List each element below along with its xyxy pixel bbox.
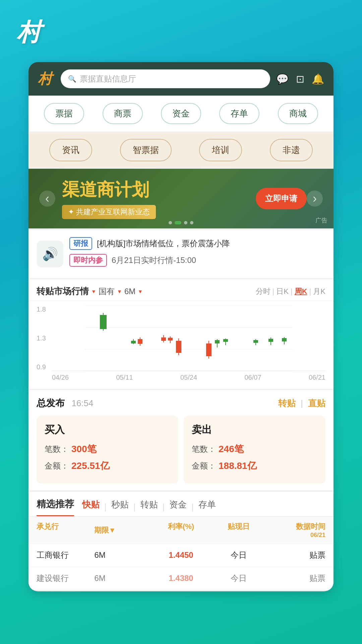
trade-link-zhuantie[interactable]: 转贴: [278, 398, 296, 408]
td-period-2: 6M: [94, 574, 152, 583]
main-card: 村 🔍 票据直贴信息厅 💬 ⊡ 🔔 票据 商票 资金 存单 商城 资讯 智票据 …: [28, 62, 334, 591]
trade-link-zhitie[interactable]: 直贴: [308, 398, 325, 408]
market-filter1-dropdown-icon[interactable]: ▾: [118, 288, 121, 295]
market-time-tabs: 分时 | 日K | 周K | 月K: [256, 286, 325, 297]
featured-tab-kuatie[interactable]: 快贴: [82, 499, 100, 515]
th-date: 贴现日: [210, 522, 267, 539]
scan-icon[interactable]: ⊡: [296, 73, 304, 85]
nav-tab-shangpiao[interactable]: 商票: [103, 103, 143, 124]
td-type-1: 贴票: [268, 550, 325, 560]
sub-nav: 资讯 智票据 培训 非遗: [28, 133, 334, 167]
nav-tab-piaoju[interactable]: 票据: [44, 103, 84, 124]
app-header: 村 🔍 票据直贴信息厅 💬 ⊡ 🔔: [28, 62, 334, 96]
trade-time: 16:54: [71, 398, 93, 408]
time-tab-yuek[interactable]: 月K: [313, 286, 325, 297]
chart-y-labels: 1.8 1.3 0.9: [37, 306, 46, 371]
search-placeholder: 票据直贴信息厅: [80, 73, 136, 84]
news-row-1: 研报 [机构版]市场情绪低位，票价震荡小降: [69, 237, 325, 250]
banner-subtitle: ✦ 共建产业互联网新业态: [62, 205, 156, 219]
banner-dot-2[interactable]: [175, 221, 181, 224]
banner-next-button[interactable]: ›: [307, 191, 323, 207]
banner-dot-4[interactable]: [190, 221, 193, 224]
svg-rect-17: [206, 343, 212, 356]
market-section: 转贴市场行情 ▾ 国有 ▾ 6M ▾ 分时 | 日K | 周K | 月K 1.8…: [28, 279, 334, 389]
x-label-0524: 05/24: [180, 374, 197, 381]
svg-rect-9: [138, 339, 142, 344]
market-filter-period[interactable]: 6M: [124, 287, 135, 296]
bell-icon[interactable]: 🔔: [312, 73, 324, 85]
news-tag-yanbao: 研报: [69, 237, 92, 250]
trade-buy-count-value: 300笔: [71, 443, 97, 455]
svg-rect-5: [100, 315, 107, 329]
th-period: 期限 ▾: [94, 522, 152, 539]
th-bank: 承兑行: [37, 522, 94, 539]
featured-tab-cundan[interactable]: 存单: [198, 499, 216, 515]
banner-dots: [169, 221, 193, 224]
time-tab-fenshi[interactable]: 分时: [256, 286, 270, 297]
news-row-2: 即时内参 6月21日实时行情-15:00: [69, 254, 325, 267]
featured-tab-zijin[interactable]: 资金: [169, 499, 187, 515]
trade-card-buy-title: 买入: [45, 423, 170, 437]
trade-sell-amount-label: 金额：: [192, 461, 216, 471]
banner-dot-1[interactable]: [169, 221, 172, 224]
trade-title: 总发布: [37, 398, 65, 408]
nav-tab-zijin[interactable]: 资金: [161, 103, 201, 124]
th-datatime: 数据时间 06/21: [268, 522, 325, 539]
featured-section: 精选推荐 快贴 | 秒贴 | 转贴 | 资金 | 存单 承兑行 期限 ▾ 利率(…: [28, 492, 334, 590]
th-period-dropdown-icon[interactable]: ▾: [110, 526, 114, 535]
td-period-1: 6M: [94, 550, 152, 560]
y-label-low: 0.9: [37, 363, 46, 371]
td-type-2: 贴票: [268, 573, 325, 584]
banner-apply-button[interactable]: 立即申请: [256, 188, 307, 209]
nav-tab-cundanm[interactable]: 存单: [219, 103, 259, 124]
td-rate-1: 1.4450: [152, 550, 210, 560]
table-row[interactable]: 建设银行 6M 1.4380 今日 贴票: [28, 567, 334, 590]
sub-tab-feiye[interactable]: 非遗: [270, 139, 313, 161]
search-bar[interactable]: 🔍 票据直贴信息厅: [61, 69, 270, 88]
svg-rect-13: [168, 338, 173, 340]
svg-rect-15: [176, 341, 181, 353]
featured-tab-zhuantie[interactable]: 转贴: [140, 499, 158, 515]
th-rate: 利率(%): [152, 522, 210, 539]
banner-prev-button[interactable]: ‹: [39, 191, 55, 207]
chat-icon[interactable]: 💬: [276, 73, 289, 85]
trade-card-sell: 卖出 笔数： 246笔 金额： 188.81亿: [184, 416, 325, 484]
trade-sell-amount-value: 188.81亿: [219, 460, 257, 472]
search-icon: 🔍: [68, 75, 76, 83]
featured-tabs: 精选推荐 快贴 | 秒贴 | 转贴 | 资金 | 存单: [28, 492, 334, 517]
trade-card-buy: 买入 笔数： 300笔 金额： 225.51亿: [37, 416, 178, 484]
market-filter-type[interactable]: 国有: [99, 286, 115, 297]
nav-tab-shangcheng[interactable]: 商城: [278, 103, 318, 124]
app-logo: 村: [17, 16, 41, 48]
sub-tab-zhipiaoju[interactable]: 智票据: [120, 139, 172, 161]
chart-canvas: [52, 306, 325, 371]
market-title-dropdown-icon[interactable]: ▾: [92, 288, 95, 295]
banner-dot-3[interactable]: [184, 221, 187, 224]
trade-links: 转贴 | 直贴: [278, 397, 325, 409]
sub-tab-zixun[interactable]: 资讯: [49, 139, 92, 161]
trade-sell-count-row: 笔数： 246笔: [192, 443, 317, 455]
trade-buy-amount-row: 金额： 225.51亿: [45, 460, 170, 472]
speaker-icon: 🔊: [37, 240, 63, 267]
header-icons: 💬 ⊡ 🔔: [276, 73, 324, 85]
featured-tab-miaotie[interactable]: 秒贴: [111, 499, 129, 515]
featured-tab-main[interactable]: 精选推荐: [37, 498, 74, 516]
banner-content: 渠道商计划 ✦ 共建产业互联网新业态: [55, 178, 256, 219]
time-tab-rik[interactable]: 日K: [276, 286, 289, 297]
trade-section: 总发布 16:54 转贴 | 直贴 买入 笔数： 300笔 金额： 225.51…: [28, 390, 334, 490]
trade-buy-amount-value: 225.51亿: [71, 460, 110, 472]
table-row[interactable]: 工商银行 6M 1.4450 今日 贴票: [28, 544, 334, 567]
svg-rect-7: [131, 341, 136, 343]
market-header: 转贴市场行情 ▾ 国有 ▾ 6M ▾ 分时 | 日K | 周K | 月K: [28, 279, 334, 301]
td-bank-1: 工商银行: [37, 550, 94, 560]
news-content: 研报 [机构版]市场情绪低位，票价震荡小降 即时内参 6月21日实时行情-15:…: [69, 237, 325, 271]
sub-tab-peixun[interactable]: 培训: [199, 139, 242, 161]
nav-tabs: 票据 商票 资金 存单 商城: [28, 96, 334, 131]
time-tab-zhouk[interactable]: 周K: [295, 286, 307, 297]
market-filter2-dropdown-icon[interactable]: ▾: [139, 288, 142, 295]
trade-sell-count-label: 笔数：: [192, 444, 216, 454]
trade-buy-amount-label: 金额：: [45, 461, 69, 471]
td-date-1: 今日: [210, 550, 267, 560]
trade-header: 总发布 16:54 转贴 | 直贴: [37, 397, 325, 410]
trade-card-sell-title: 卖出: [192, 423, 317, 437]
